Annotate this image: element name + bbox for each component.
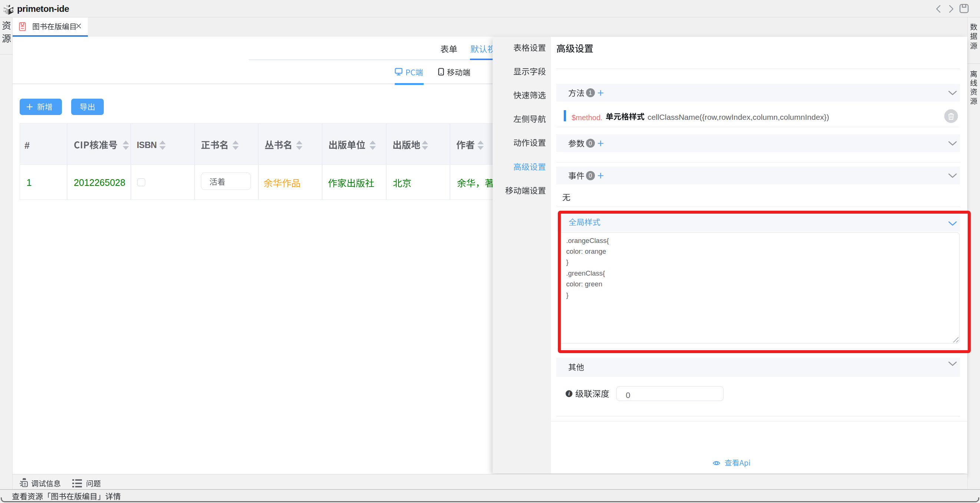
- svg-text:i: i: [568, 391, 570, 396]
